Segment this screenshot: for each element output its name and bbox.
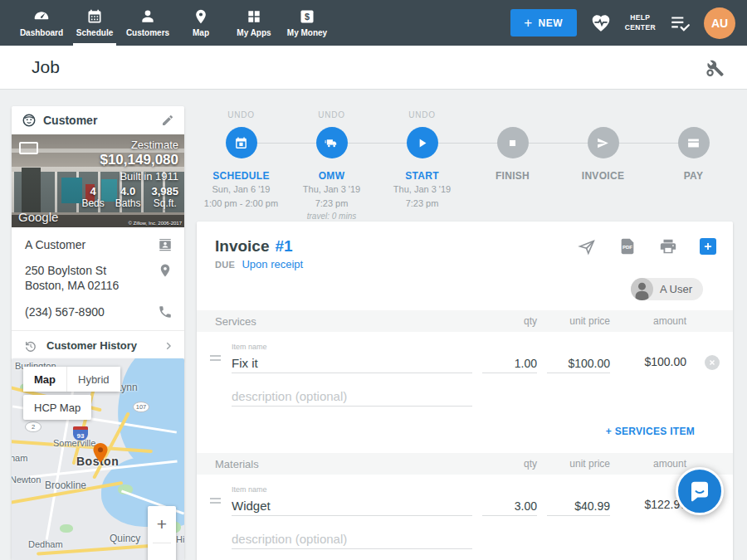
service-unit-price-input[interactable] [547,353,610,373]
map-type-buttons: Map Hybrid [23,367,120,392]
nav-item-my-apps[interactable]: My Apps [227,0,281,46]
due-label: DUE [215,260,235,270]
start-step-button[interactable] [407,127,438,158]
send-icon [578,237,596,256]
step-pay: PAY [648,110,739,221]
nav-items: Dashboard Schedule Customers Map My Apps… [15,0,334,46]
zestimate-value: $10,149,080 [81,152,178,168]
svg-text:PDF: PDF [622,245,632,250]
customer-phone-row: (234) 567-8900 [25,304,173,319]
page-header: Job [0,46,747,90]
property-photo[interactable]: Zestimate $10,149,080 Built in 1911 4 Be… [12,134,184,227]
help-center-button[interactable]: HELP CENTER [625,13,656,32]
printer-icon [659,237,677,256]
new-button-label: NEW [539,17,564,29]
apps-grid-icon [246,8,262,25]
material-item-row: Item name $122.97 [197,485,733,516]
plus-icon: + [524,16,532,30]
item-name-label: Item name [232,343,472,351]
map-label-waltham: ham [12,453,27,463]
drag-handle-icon[interactable] [197,498,222,504]
nav-item-my-money[interactable]: $ My Money [281,0,334,46]
zoom-in-button[interactable]: + [148,506,176,543]
omw-step-button[interactable] [316,127,348,158]
map-view-button[interactable]: Map [23,367,66,392]
job-location-pin [93,443,108,463]
stat-sqft: 3,985 Sq.ft. [151,185,178,209]
hcp-map-button[interactable]: HCP Map [23,395,91,420]
list-check-icon [669,12,691,34]
job-progress-stepper: UNDO SCHEDULE Sun, Jan 6 '19 1:00 pm - 2… [196,110,739,221]
dashboard-icon [33,8,50,25]
invoice-step-button[interactable] [588,127,619,158]
finish-step-button[interactable] [497,127,529,158]
nav-item-map[interactable]: Map [174,0,227,46]
add-services-item-link[interactable]: + SERVICES ITEM [606,426,695,437]
due-value-link[interactable]: Upon receipt [242,258,303,270]
invoice-card: Invoice #1 PDF DUE Upon receipt A User S… [197,222,733,560]
schedule-step-button[interactable] [226,127,257,158]
zoom-out-button[interactable]: − [148,543,176,560]
customer-address: 250 Boylston St Boston, MA 02116 [25,263,158,293]
step-start: UNDO START Thu, Jan 3 '19 7:23 pm [377,110,467,221]
phone-icon[interactable] [158,304,173,319]
drag-handle-icon[interactable] [197,355,222,361]
pay-step-button[interactable] [678,127,710,158]
map-pin-icon [193,8,209,25]
undo-schedule-link[interactable]: UNDO [196,110,286,124]
invoice-number[interactable]: #1 [275,237,292,256]
interstate-93-shield: 93 [73,426,88,441]
health-heart-button[interactable] [590,12,612,34]
street-view-icon[interactable] [19,142,38,154]
user-avatar[interactable]: AU [704,7,735,39]
chat-bubble-icon [687,479,712,504]
edit-customer-icon[interactable] [161,114,174,127]
nav-item-label: Schedule [76,28,113,37]
remove-service-item-button[interactable] [705,355,720,370]
built-year: Built in 1911 [81,170,178,183]
location-pin-icon[interactable] [158,263,173,278]
page-title: Job [32,57,60,77]
service-qty-input[interactable] [482,353,537,373]
route-badge-2: 2 [25,421,42,432]
map-label-dedham: Dedham [28,539,63,549]
assignee-chip[interactable]: A User [631,278,703,300]
job-tools-button[interactable] [702,56,725,79]
undo-omw-link[interactable]: UNDO [286,110,377,124]
service-item-name-input[interactable] [232,353,472,373]
services-section-header: Services qty unit price amount [197,310,733,332]
section-name: Services [197,315,472,328]
hybrid-view-button[interactable]: Hybrid [66,367,120,392]
contact-card-icon[interactable] [158,237,173,252]
customer-history-link[interactable]: Customer History [12,331,184,361]
material-description-input[interactable] [232,529,472,549]
customer-card-title: Customer [43,114,154,127]
help-center-line2: CENTER [625,23,656,32]
service-description-row [197,387,733,407]
new-button[interactable]: + NEW [510,9,577,37]
material-item-name-input[interactable] [232,496,472,516]
add-invoice-button[interactable] [700,238,716,255]
avatar-initials: AU [711,17,728,30]
service-description-input[interactable] [232,387,472,407]
tasks-button[interactable] [669,12,691,34]
print-button[interactable] [659,237,677,256]
pdf-button[interactable]: PDF [618,237,637,256]
material-qty-input[interactable] [482,496,537,516]
map-label-hingham: Hi [176,534,184,544]
nav-item-customers[interactable]: Customers [121,0,174,46]
wrench-gear-icon [702,56,725,79]
property-stats: 4 Beds 4.0 Baths 3,985 Sq.ft. [81,185,178,209]
qty-column-header: qty [482,458,537,470]
nav-item-schedule[interactable]: Schedule [68,0,121,46]
money-icon: $ [299,8,315,25]
nav-item-dashboard[interactable]: Dashboard [15,0,68,46]
qty-column-header: qty [482,315,537,327]
nav-item-label: My Money [287,28,327,37]
material-unit-price-input[interactable] [547,496,610,516]
undo-start-link[interactable]: UNDO [377,110,467,124]
chat-fab-button[interactable] [676,467,724,515]
invoice-actions: PDF [578,237,716,256]
customer-card: Customer Zestimate $10,149,080 Built in … [12,106,184,361]
send-invoice-button[interactable] [578,237,596,256]
